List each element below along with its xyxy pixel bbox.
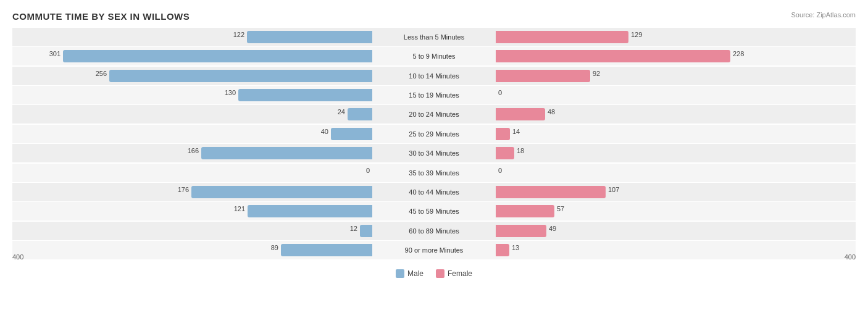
row-label: 60 to 89 Minutes bbox=[372, 227, 496, 235]
right-side: 228 bbox=[496, 47, 856, 65]
right-side: 57 bbox=[496, 202, 856, 220]
male-bar: 256 bbox=[109, 70, 372, 82]
right-side: 18 bbox=[496, 144, 856, 162]
male-legend-label: Male bbox=[407, 269, 424, 278]
female-bar: 18 bbox=[496, 147, 514, 159]
male-bar: 130 bbox=[238, 89, 372, 101]
right-side: 92 bbox=[496, 67, 856, 85]
table-row: 16630 to 34 Minutes18 bbox=[12, 144, 856, 162]
row-label: 10 to 14 Minutes bbox=[372, 72, 496, 80]
table-row: 8990 or more Minutes13 bbox=[12, 241, 856, 259]
legend-female: Female bbox=[436, 269, 472, 278]
right-side: 129 bbox=[496, 28, 856, 46]
male-bar: 12 bbox=[360, 225, 372, 237]
right-side: 14 bbox=[496, 125, 856, 143]
table-row: 2420 to 24 Minutes48 bbox=[12, 105, 856, 124]
left-side: 256 bbox=[12, 67, 372, 85]
source-text: Source: ZipAtlas.com bbox=[791, 11, 856, 19]
left-side: 121 bbox=[12, 202, 372, 220]
male-value: 40 bbox=[321, 128, 331, 135]
row-label: 15 to 19 Minutes bbox=[372, 91, 496, 99]
female-value: 49 bbox=[546, 225, 556, 232]
row-label: 5 to 9 Minutes bbox=[372, 52, 496, 60]
male-value: 24 bbox=[338, 108, 348, 115]
row-label: 20 to 24 Minutes bbox=[372, 111, 496, 118]
male-value: 122 bbox=[233, 31, 247, 38]
legend-male: Male bbox=[396, 269, 424, 278]
female-value: 228 bbox=[730, 50, 744, 57]
table-row: 035 to 39 Minutes0 bbox=[12, 164, 856, 182]
female-value: 92 bbox=[590, 70, 600, 77]
female-value: 107 bbox=[606, 186, 619, 193]
table-row: 12145 to 59 Minutes57 bbox=[12, 202, 856, 220]
female-bar: 49 bbox=[496, 225, 546, 237]
left-side: 0 bbox=[12, 164, 372, 182]
male-bar: 24 bbox=[348, 108, 372, 120]
male-bar: 166 bbox=[201, 147, 372, 159]
table-row: 122Less than 5 Minutes129 bbox=[12, 28, 856, 46]
male-value: 130 bbox=[225, 89, 238, 96]
table-row: 3015 to 9 Minutes228 bbox=[12, 47, 856, 65]
right-side: 48 bbox=[496, 105, 856, 124]
left-side: 12 bbox=[12, 222, 372, 240]
female-bar: 92 bbox=[496, 70, 590, 82]
male-bar: 176 bbox=[191, 186, 372, 198]
male-legend-box bbox=[396, 269, 404, 278]
row-label: 45 to 59 Minutes bbox=[372, 208, 496, 215]
male-bar: 121 bbox=[248, 205, 372, 217]
left-side: 130 bbox=[12, 86, 372, 104]
male-bar: 122 bbox=[247, 31, 372, 43]
male-value: 166 bbox=[188, 147, 201, 154]
left-side: 89 bbox=[12, 241, 372, 259]
row-label: 40 to 44 Minutes bbox=[372, 188, 496, 196]
table-row: 4025 to 29 Minutes14 bbox=[12, 125, 856, 143]
right-side: 107 bbox=[496, 183, 856, 201]
right-side: 13 bbox=[496, 241, 856, 259]
table-row: 13015 to 19 Minutes0 bbox=[12, 86, 856, 104]
left-side: 24 bbox=[12, 105, 372, 124]
left-side: 301 bbox=[12, 47, 372, 65]
axis-label-left: 400 bbox=[12, 253, 23, 261]
table-row: 1260 to 89 Minutes49 bbox=[12, 222, 856, 240]
female-value: 57 bbox=[554, 205, 564, 212]
row-label: Less than 5 Minutes bbox=[372, 33, 496, 41]
rows-container: 122Less than 5 Minutes1293015 to 9 Minut… bbox=[12, 28, 856, 259]
axis-label-right: 400 bbox=[845, 253, 856, 261]
female-bar: 228 bbox=[496, 50, 730, 62]
male-value: 256 bbox=[96, 70, 109, 77]
male-value: 12 bbox=[350, 225, 360, 232]
female-bar: 57 bbox=[496, 205, 554, 217]
left-side: 122 bbox=[12, 28, 372, 46]
chart-area: 122Less than 5 Minutes1293015 to 9 Minut… bbox=[12, 28, 856, 278]
female-value: 14 bbox=[510, 128, 520, 135]
female-value: 129 bbox=[628, 31, 642, 38]
male-bar: 40 bbox=[331, 128, 372, 140]
female-bar: 48 bbox=[496, 108, 545, 120]
female-bar: 107 bbox=[496, 186, 606, 198]
row-label: 35 to 39 Minutes bbox=[372, 169, 496, 177]
female-bar: 129 bbox=[496, 31, 628, 43]
row-label: 30 to 34 Minutes bbox=[372, 149, 496, 157]
table-row: 17640 to 44 Minutes107 bbox=[12, 183, 856, 201]
left-side: 166 bbox=[12, 144, 372, 162]
chart-container: COMMUTE TIME BY SEX IN WILLOWS Source: Z… bbox=[0, 0, 868, 323]
table-row: 25610 to 14 Minutes92 bbox=[12, 67, 856, 85]
female-value: 0 bbox=[496, 89, 502, 96]
row-label: 90 or more Minutes bbox=[372, 246, 496, 254]
male-value: 121 bbox=[234, 205, 248, 212]
female-bar: 13 bbox=[496, 244, 509, 256]
legend: Male Female bbox=[396, 269, 472, 278]
female-value: 48 bbox=[545, 108, 555, 115]
female-value: 18 bbox=[514, 147, 524, 154]
male-bar: 301 bbox=[63, 50, 372, 62]
female-bar: 14 bbox=[496, 128, 510, 140]
right-side: 0 bbox=[496, 86, 856, 104]
chart-title: COMMUTE TIME BY SEX IN WILLOWS bbox=[12, 11, 856, 22]
left-side: 176 bbox=[12, 183, 372, 201]
female-legend-label: Female bbox=[448, 269, 472, 278]
male-bar: 89 bbox=[281, 244, 372, 256]
row-label: 25 to 29 Minutes bbox=[372, 130, 496, 138]
right-side: 49 bbox=[496, 222, 856, 240]
right-side: 0 bbox=[496, 164, 856, 182]
male-value: 176 bbox=[178, 186, 191, 193]
